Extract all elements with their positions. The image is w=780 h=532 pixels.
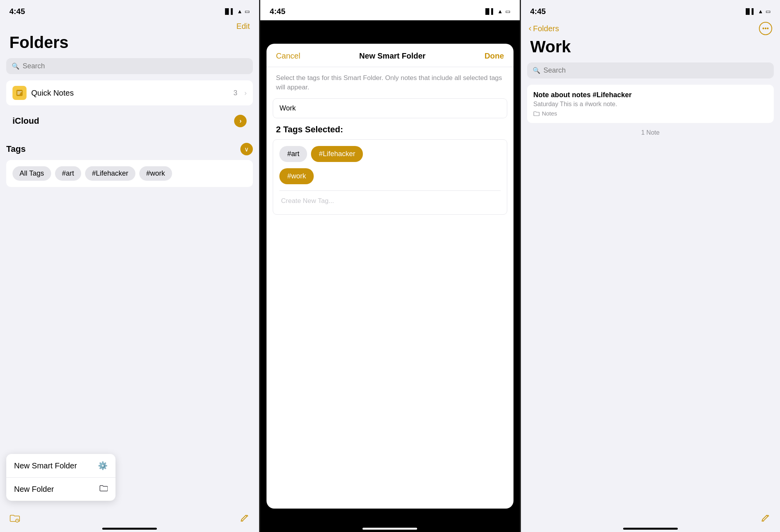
new-folder-menu-item[interactable]: New Folder (6, 478, 115, 501)
icloud-label: iCloud (12, 116, 39, 126)
smart-folder-toolbar-icon[interactable] (9, 514, 20, 525)
compose-icon-1[interactable] (240, 513, 250, 526)
wifi-icon-3: ▲ (758, 8, 763, 14)
sf-tag-lifehacker[interactable]: #Lifehacker (311, 146, 363, 162)
note-count: 1 Note (521, 129, 780, 136)
tag-all-tags[interactable]: All Tags (12, 166, 51, 181)
bottom-toolbar-1 (0, 513, 259, 526)
quick-notes-row[interactable]: Quick Notes 3 › (6, 80, 253, 105)
status-icons-1: ▐▌▌ ▲ ▭ (223, 8, 250, 14)
tags-title: Tags (6, 144, 26, 154)
tags-section: Tags ∨ All Tags #art #Lifehacker #work (0, 143, 259, 193)
folders-panel: 4:45 ▐▌▌ ▲ ▭ Edit Folders 🔍 Quick Notes … (0, 0, 259, 532)
gear-icon: ⚙️ (98, 461, 108, 470)
note-folder-label: Notes (542, 110, 557, 117)
back-label: Folders (533, 24, 559, 33)
edit-button[interactable]: Edit (236, 22, 250, 31)
quick-notes-chevron-icon: › (244, 89, 247, 97)
work-panel: 4:45 ▐▌▌ ▲ ▭ ‹ Folders ••• Work 🔍 Note a… (521, 0, 780, 532)
work-title: Work (521, 35, 780, 62)
folders-search-bar[interactable]: 🔍 (6, 58, 253, 74)
search-icon-1: 🔍 (12, 62, 20, 70)
folders-search-input[interactable] (23, 62, 247, 70)
time-2: 4:45 (270, 7, 285, 16)
note-card[interactable]: Note about notes #Lifehacker Saturday Th… (527, 85, 774, 123)
folders-title: Folders (0, 31, 259, 58)
folders-header: Edit (0, 20, 259, 31)
quick-notes-icon (12, 86, 27, 100)
svg-rect-2 (241, 521, 243, 521)
status-bar-2: 4:45 ▐▌▌ ▲ ▭ (260, 0, 519, 20)
battery-icon: ▭ (245, 8, 250, 14)
smart-folder-header: Cancel New Smart Folder Done (267, 44, 513, 67)
back-button[interactable]: ‹ Folders (529, 23, 559, 34)
smart-folder-name-input[interactable] (273, 98, 507, 118)
battery-icon-3: ▭ (766, 8, 771, 14)
bottom-action-menu: New Smart Folder ⚙️ New Folder (6, 454, 115, 501)
folder-icon (99, 485, 108, 494)
battery-icon-2: ▭ (505, 8, 510, 14)
smart-folder-panel: 4:45 ▐▌▌ ▲ ▭ Cancel New Smart Folder Don… (259, 0, 521, 532)
signal-icon: ▐▌▌ (223, 8, 235, 14)
tag-lifehacker[interactable]: #Lifehacker (85, 166, 135, 181)
tags-row-2: #work (279, 168, 500, 184)
home-indicator-2 (362, 528, 417, 530)
bottom-toolbar-3 (521, 513, 780, 526)
quick-notes-label: Quick Notes (31, 89, 229, 98)
tags-divider (279, 190, 500, 191)
home-indicator-3 (623, 528, 678, 530)
home-indicator-1 (102, 528, 157, 530)
icloud-row[interactable]: iCloud › (6, 115, 253, 137)
new-smart-folder-label: New Smart Folder (14, 461, 77, 470)
new-smart-folder-menu-item[interactable]: New Smart Folder ⚙️ (6, 454, 115, 478)
new-folder-label: New Folder (14, 485, 54, 494)
note-folder: Notes (533, 110, 768, 117)
tags-collapse-button[interactable]: ∨ (240, 143, 253, 155)
folder-small-icon (533, 111, 540, 116)
work-search-input[interactable] (544, 66, 768, 75)
smart-folder-title: New Smart Folder (359, 52, 426, 60)
tags-selected-header: 2 Tags Selected: (267, 125, 513, 139)
work-search-bar[interactable]: 🔍 (527, 62, 774, 78)
wifi-icon: ▲ (237, 8, 242, 14)
tags-row: #art #Lifehacker (279, 146, 500, 162)
svg-rect-3 (762, 521, 764, 521)
create-new-tag-label[interactable]: Create New Tag... (279, 194, 500, 208)
status-icons-3: ▐▌▌ ▲ ▭ (744, 8, 771, 14)
status-icons-2: ▐▌▌ ▲ ▭ (483, 8, 510, 14)
cancel-button[interactable]: Cancel (276, 52, 300, 60)
signal-icon-2: ▐▌▌ (483, 8, 495, 14)
more-options-button[interactable]: ••• (759, 22, 772, 35)
tags-container: All Tags #art #Lifehacker #work (6, 160, 253, 187)
search-icon-3: 🔍 (533, 67, 540, 74)
status-bar-3: 4:45 ▐▌▌ ▲ ▭ (521, 0, 780, 20)
work-nav: ‹ Folders ••• (521, 20, 780, 35)
tags-header: Tags ∨ (6, 143, 253, 155)
wifi-icon-2: ▲ (497, 8, 503, 14)
compose-icon-3[interactable] (760, 513, 771, 526)
sf-tag-art[interactable]: #art (279, 146, 307, 162)
done-button[interactable]: Done (485, 52, 504, 60)
ellipsis-icon: ••• (762, 25, 769, 32)
chevron-left-icon: ‹ (529, 23, 531, 34)
quick-notes-count: 3 (233, 89, 237, 97)
sf-tag-work[interactable]: #work (279, 168, 314, 184)
time-3: 4:45 (530, 7, 546, 16)
time-1: 4:45 (9, 7, 25, 16)
note-title: Note about notes #Lifehacker (533, 91, 768, 99)
tag-art[interactable]: #art (55, 166, 81, 181)
smart-folder-description: Select the tags for this Smart Folder. O… (267, 67, 513, 98)
status-bar-1: 4:45 ▐▌▌ ▲ ▭ (0, 0, 259, 20)
note-subtitle: Saturday This is a #work note. (533, 101, 768, 108)
tags-selection-box: #art #Lifehacker #work Create New Tag... (273, 139, 507, 215)
tag-work[interactable]: #work (139, 166, 172, 181)
signal-icon-3: ▐▌▌ (744, 8, 755, 14)
smart-folder-card: Cancel New Smart Folder Done Select the … (267, 44, 513, 509)
icloud-expand-button[interactable]: › (234, 115, 247, 127)
